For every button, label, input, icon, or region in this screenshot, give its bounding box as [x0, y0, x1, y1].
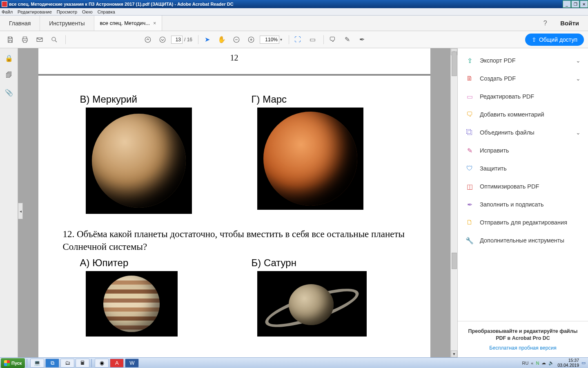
tool-item-icon: ⇪	[465, 56, 474, 65]
scroll-down-icon[interactable]: ▼	[451, 350, 457, 357]
thumbnails-icon[interactable]: 🗐	[4, 70, 14, 80]
hand-icon[interactable]: ✋	[216, 34, 228, 46]
tab-home[interactable]: Главная	[0, 16, 40, 31]
tray-lang[interactable]: RU	[522, 361, 528, 366]
window-title: все спец. Методические указания к ПЗ Аст…	[9, 2, 562, 7]
tool-item-1[interactable]: 🗎Создать PDF⌄	[458, 70, 588, 88]
tool-item-6[interactable]: 🛡Защитить	[458, 159, 588, 177]
tab-tools[interactable]: Инструменты	[40, 16, 94, 31]
promo-text: Преобразовывайте и редактируйте файлы PD…	[463, 328, 583, 342]
tool-item-2[interactable]: ▭Редактировать PDF	[458, 88, 588, 105]
zoom-in-icon[interactable]	[245, 34, 257, 46]
saturn-image	[257, 271, 367, 337]
mars-image	[257, 108, 363, 210]
comment-icon[interactable]: 🗨	[326, 34, 339, 46]
collapse-left-handle[interactable]: ◂	[18, 203, 23, 219]
tool-item-label: Редактировать PDF	[480, 93, 581, 100]
tool-item-label: Объединить файлы	[480, 129, 576, 136]
chevron-down-icon: ⌄	[576, 57, 581, 64]
tool-item-10[interactable]: 🔧Дополнительные инструменты	[458, 231, 588, 249]
start-label: Пуск	[11, 361, 22, 366]
maximize-button[interactable]: ❐	[571, 0, 579, 8]
tool-item-icon: ✎	[465, 146, 474, 155]
taskbar-item-word[interactable]: W	[125, 359, 139, 368]
tool-item-icon: ▭	[465, 92, 474, 101]
document-view[interactable]: ◂ 12 В) Меркурий Г) Марс 12. Объёма како…	[18, 48, 450, 357]
search-icon[interactable]	[48, 34, 60, 46]
taskbar-item-calc[interactable]: 🖩	[76, 359, 89, 368]
tool-item-icon: 🗋	[465, 218, 474, 227]
tray-icon-2[interactable]: ☁	[541, 360, 546, 366]
tool-item-label: Отправить для редактирования	[480, 219, 581, 226]
tool-item-9[interactable]: 🗋Отправить для редактирования	[458, 213, 588, 231]
tray-date: 03.04.2019	[557, 363, 579, 368]
tool-item-icon: ✒	[465, 200, 474, 209]
scrollbar-thumb[interactable]	[452, 52, 457, 76]
menu-file[interactable]: Файл	[2, 9, 13, 14]
print-icon[interactable]	[19, 34, 31, 46]
tool-item-label: Добавить комментарий	[480, 111, 581, 118]
page-up-icon[interactable]	[142, 34, 154, 46]
share-icon: ⇧	[532, 36, 537, 43]
save-icon[interactable]	[4, 34, 16, 46]
tray-show-desktop[interactable]: ▭	[581, 360, 586, 366]
answer-v-label: В) Меркурий	[80, 94, 234, 105]
tray-icon-1[interactable]: N	[536, 361, 539, 366]
tray-expand-icon[interactable]: «	[531, 361, 533, 366]
tool-item-label: Экспорт PDF	[480, 57, 576, 64]
menu-help[interactable]: Справка	[98, 9, 115, 14]
promo-link[interactable]: Бесплатная пробная версия	[463, 345, 583, 351]
tool-item-3[interactable]: 🗨Добавить комментарий	[458, 105, 588, 123]
tool-item-7[interactable]: ◫Оптимизировать PDF	[458, 177, 588, 195]
zoom-dropdown-icon[interactable]: ▾	[280, 37, 282, 42]
taskbar-item-explorer[interactable]: 🗂	[60, 359, 74, 368]
answer-b-label: Б) Сатурн	[252, 257, 406, 269]
tray-volume-icon[interactable]: 🔈	[548, 360, 554, 366]
pointer-icon[interactable]: ➤	[201, 34, 213, 46]
menu-edit[interactable]: Редактирование	[18, 9, 52, 14]
menu-view[interactable]: Просмотр	[57, 9, 77, 14]
page-divider	[38, 74, 430, 76]
tool-item-0[interactable]: ⇪Экспорт PDF⌄	[458, 52, 588, 70]
zoom-out-icon[interactable]	[230, 34, 243, 46]
taskbar-item-1[interactable]: 💻	[30, 359, 44, 368]
mail-icon[interactable]	[33, 34, 46, 46]
page-header-number: 12	[63, 53, 406, 63]
taskbar-item-2[interactable]: ⧉	[45, 359, 59, 368]
minimize-button[interactable]: _	[563, 0, 571, 8]
taskbar-item-acrobat[interactable]: A	[110, 359, 124, 368]
start-button[interactable]: Пуск	[1, 358, 25, 368]
tool-item-label: Заполнить и подписать	[480, 201, 581, 208]
svg-point-3	[160, 37, 165, 43]
vertical-scrollbar[interactable]: ▲ ▼	[450, 48, 457, 357]
lock-icon[interactable]: 🔒	[4, 53, 14, 63]
answer-a-label: А) Юпитер	[80, 257, 234, 269]
zoom-input[interactable]	[260, 36, 279, 44]
signin-button[interactable]: Войти	[551, 16, 588, 31]
tool-item-5[interactable]: ✎Исправить	[458, 141, 588, 159]
fit-width-icon[interactable]: ⛶	[292, 34, 304, 46]
page-number-input[interactable]	[171, 36, 183, 44]
share-button[interactable]: ⇧ Общий доступ	[525, 34, 584, 46]
taskbar-item-chrome[interactable]: ◉	[95, 359, 109, 368]
page-down-icon[interactable]	[156, 34, 169, 46]
chevron-down-icon: ⌄	[576, 75, 581, 82]
windows-flag-icon	[4, 360, 10, 366]
signature-icon[interactable]: ✒	[356, 34, 368, 46]
help-icon[interactable]: ?	[539, 16, 551, 31]
scrollbar-thumb-2[interactable]	[452, 253, 457, 269]
toolbar: / 16 ➤ ✋ ▾ ⛶ ▭ 🗨 ✎ ✒ ⇧ Общий доступ	[0, 31, 588, 48]
fit-page-icon[interactable]: ▭	[306, 34, 318, 46]
highlight-icon[interactable]: ✎	[341, 34, 353, 46]
menu-window[interactable]: Окно	[82, 9, 93, 14]
tool-item-8[interactable]: ✒Заполнить и подписать	[458, 195, 588, 213]
tab-document[interactable]: все спец. Методич... ×	[94, 16, 163, 31]
attachment-icon[interactable]: 📎	[4, 88, 14, 97]
tool-item-4[interactable]: ⿻Объединить файлы⌄	[458, 123, 588, 141]
tab-row: Главная Инструменты все спец. Методич...…	[0, 16, 588, 31]
tray-clock[interactable]: 15:37 03.04.2019	[557, 358, 579, 367]
close-button[interactable]: ✕	[580, 0, 588, 8]
windows-taskbar: Пуск 💻 ⧉ 🗂 🖩 ◉ A W RU « N ☁ 🔈 15:37 03.0…	[0, 357, 588, 368]
tab-close-icon[interactable]: ×	[153, 20, 156, 26]
question-12-text: 12. Объёма какой планеты достаточно, что…	[63, 228, 406, 253]
